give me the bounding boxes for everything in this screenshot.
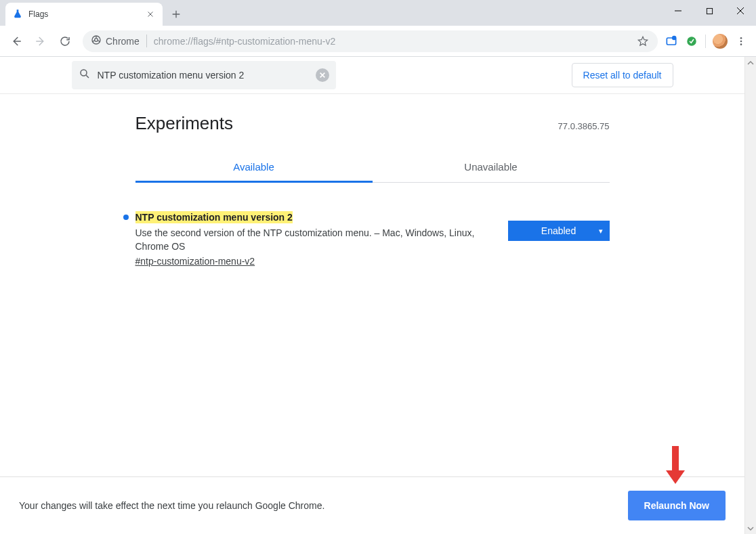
scroll-up-icon[interactable] (745, 57, 756, 68)
svg-point-8 (740, 43, 742, 45)
flag-item: NTP customization menu version 2 Use the… (129, 211, 616, 267)
search-icon (79, 68, 91, 83)
omnibox-chip-label: Chrome (106, 36, 140, 47)
close-tab-icon[interactable] (145, 9, 156, 20)
separator (705, 35, 706, 48)
flags-tabs: Available Unavailable (135, 153, 610, 183)
omnibox-url: chrome://flags/#ntp-customization-menu-v… (154, 36, 629, 47)
chrome-icon (91, 35, 102, 47)
flags-search-row: NTP customization menu version 2 Reset a… (0, 57, 744, 94)
svg-point-2 (95, 39, 98, 42)
reload-button[interactable] (54, 30, 76, 52)
tab-available-label: Available (233, 161, 274, 173)
flag-hash-link[interactable]: #ntp-customization-menu-v2 (135, 256, 255, 267)
reset-all-button[interactable]: Reset all to default (572, 63, 673, 87)
tab-title: Flags (28, 9, 140, 19)
experiments-header: Experiments 77.0.3865.75 (135, 113, 610, 134)
flags-search-value: NTP customization menu version 2 (98, 70, 309, 81)
flag-state-value: Enabled (541, 225, 576, 236)
modified-indicator-icon (123, 215, 129, 220)
svg-point-4 (672, 35, 677, 40)
svg-rect-0 (707, 8, 712, 14)
page-viewport: NTP customization menu version 2 Reset a… (0, 57, 756, 534)
minimize-button[interactable] (663, 0, 694, 22)
bookmark-star-icon[interactable] (636, 35, 650, 48)
profile-avatar[interactable] (713, 34, 728, 49)
relaunch-footer: Your changes will take effect the next t… (0, 476, 744, 534)
omnibox-origin-chip: Chrome (91, 35, 147, 47)
window-controls (663, 0, 756, 22)
vertical-scrollbar[interactable] (744, 57, 756, 534)
flag-title-text: NTP customization menu version 2 (135, 211, 293, 223)
flag-title: NTP customization menu version 2 (135, 211, 293, 223)
reset-all-label: Reset all to default (583, 70, 662, 81)
close-window-button[interactable] (725, 0, 756, 22)
tab-available[interactable]: Available (135, 153, 373, 183)
page-content: NTP customization menu version 2 Reset a… (0, 57, 744, 534)
tab-unavailable[interactable]: Unavailable (373, 153, 610, 182)
svg-point-6 (740, 37, 742, 39)
flag-description: Use the second version of the NTP custom… (135, 226, 488, 253)
svg-point-7 (740, 40, 742, 42)
relaunch-button[interactable]: Relaunch Now (628, 491, 726, 520)
clear-search-icon[interactable] (316, 68, 329, 82)
titlebar: Flags (0, 0, 756, 26)
flags-search-box[interactable]: NTP customization menu version 2 (72, 61, 336, 89)
svg-point-9 (81, 70, 87, 76)
back-button[interactable] (5, 30, 27, 52)
toolbar-right (665, 34, 751, 49)
tab-unavailable-label: Unavailable (464, 161, 517, 173)
toolbar: Chrome chrome://flags/#ntp-customization… (0, 26, 756, 57)
maximize-button[interactable] (694, 0, 725, 22)
forward-button[interactable] (30, 30, 51, 52)
new-tab-button[interactable] (167, 5, 186, 24)
omnibox[interactable]: Chrome chrome://flags/#ntp-customization… (83, 30, 658, 52)
scroll-down-icon[interactable] (745, 522, 756, 534)
page-title: Experiments (135, 113, 234, 134)
extension-icon-1[interactable] (665, 35, 678, 48)
chrome-menu-icon[interactable] (734, 35, 748, 48)
chrome-version: 77.0.3865.75 (558, 121, 610, 131)
extension-icon-2[interactable] (685, 35, 698, 48)
relaunch-message: Your changes will take effect the next t… (19, 500, 324, 511)
flag-state-select[interactable]: Enabled (508, 221, 610, 241)
browser-tab[interactable]: Flags (5, 3, 163, 26)
relaunch-label: Relaunch Now (644, 500, 709, 511)
flask-icon (12, 9, 23, 20)
